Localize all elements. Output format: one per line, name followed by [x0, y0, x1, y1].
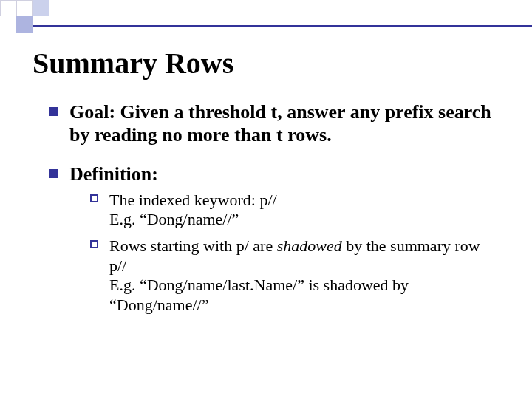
corner-decoration [0, 0, 532, 33]
hollow-square-bullet-icon [90, 240, 98, 248]
bullet-goal-text: Goal: Given a threshold t, answer any pr… [69, 101, 491, 146]
sub1-line1: The indexed keyword: p// [109, 191, 277, 209]
sub2-line1a: Rows starting with p/ are [109, 236, 277, 255]
slide: Summary Rows Goal: Given a threshold t, … [0, 0, 532, 399]
square-bullet-icon [49, 169, 58, 178]
sub2-line2: E.g. “Dong/name/last.Name/” is shadowed … [109, 276, 409, 313]
sub-bullet-shadowed: Rows starting with p/ are shadowed by th… [90, 236, 492, 315]
slide-content: Goal: Given a threshold t, answer any pr… [49, 100, 492, 331]
bullet-definition-label: Definition: [69, 163, 158, 185]
square-bullet-icon [49, 107, 58, 116]
sub2-shadowed-word: shadowed [277, 236, 342, 255]
bullet-definition: Definition: The indexed keyword: p// E.g… [49, 163, 492, 315]
bullet-goal: Goal: Given a threshold t, answer any pr… [49, 100, 492, 146]
slide-title: Summary Rows [33, 46, 233, 81]
sub-bullet-indexed-keyword: The indexed keyword: p// E.g. “Dong/name… [90, 191, 492, 230]
hollow-square-bullet-icon [90, 194, 98, 202]
sub1-line2: E.g. “Dong/name//” [109, 210, 239, 228]
